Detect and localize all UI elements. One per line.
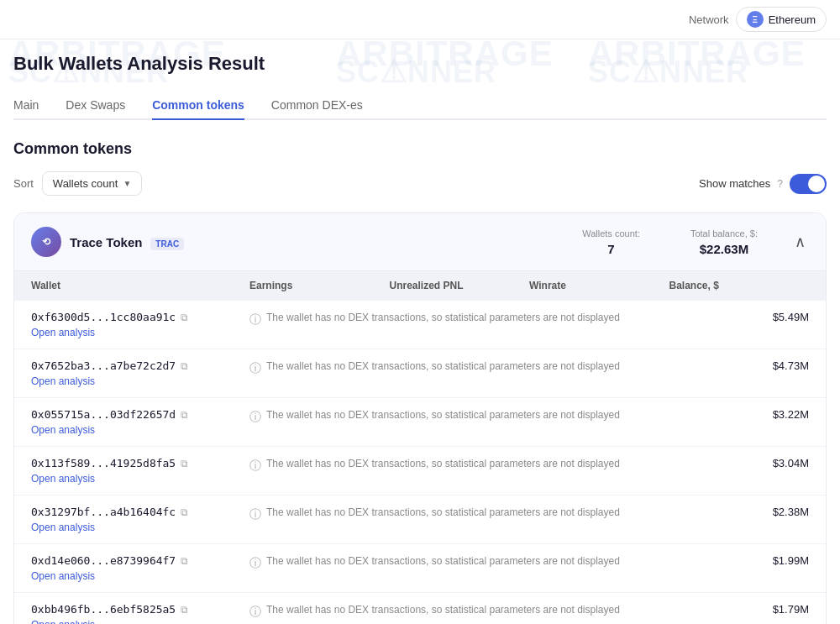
copy-icon[interactable]: ⧉ xyxy=(181,312,188,323)
copy-icon[interactable]: ⧉ xyxy=(181,458,188,469)
tab-common-dex[interactable]: Common DEX-es xyxy=(271,92,363,120)
open-analysis-link[interactable]: Open analysis xyxy=(31,375,249,387)
address-text: 0x31297bf...a4b16404fc xyxy=(31,506,176,518)
sort-value: Wallets count xyxy=(53,177,118,190)
no-dex-cell: ⓘ The wallet has no DEX transactions, so… xyxy=(249,359,669,376)
tab-common-tokens[interactable]: Common tokens xyxy=(152,92,244,120)
balance-cell: $1.79M xyxy=(669,603,810,616)
address-text: 0xf6300d5...1cc80aa91c xyxy=(31,311,176,323)
wallets-count-value: 7 xyxy=(582,242,640,256)
ethereum-icon: Ξ xyxy=(747,11,764,28)
th-balance: Balance, $ xyxy=(669,280,810,291)
copy-icon[interactable]: ⧉ xyxy=(181,506,188,518)
balance-cell: $2.38M xyxy=(669,506,810,518)
no-dex-cell: ⓘ The wallet has no DEX transactions, so… xyxy=(249,554,669,571)
info-icon: ⓘ xyxy=(249,312,261,328)
balance-cell: $1.99M xyxy=(669,554,810,567)
open-analysis-link[interactable]: Open analysis xyxy=(31,473,249,485)
total-balance-label: Total balance, $: xyxy=(690,228,758,239)
address-text: 0x7652ba3...a7be72c2d7 xyxy=(31,359,176,372)
network-badge[interactable]: Ξ Ethereum xyxy=(736,7,827,32)
wallet-address: 0x055715a...03df22657d ⧉ xyxy=(31,408,249,421)
info-icon: ⓘ xyxy=(249,361,261,376)
table-row: 0xbb496fb...6ebf5825a5 ⧉ Open analysis ⓘ… xyxy=(14,592,826,624)
open-analysis-link[interactable]: Open analysis xyxy=(31,522,249,533)
total-balance-value: $22.63M xyxy=(690,242,758,256)
table-row: 0xd14e060...e8739964f7 ⧉ Open analysis ⓘ… xyxy=(14,543,826,592)
copy-icon[interactable]: ⧉ xyxy=(181,555,188,567)
th-winrate: Winrate xyxy=(529,280,669,291)
wallet-cell: 0xf6300d5...1cc80aa91c ⧉ Open analysis xyxy=(31,311,249,338)
no-dex-cell: ⓘ The wallet has no DEX transactions, so… xyxy=(249,311,669,328)
question-mark-icon[interactable]: ? xyxy=(777,178,783,190)
copy-icon[interactable]: ⧉ xyxy=(181,409,188,421)
token-name: Trace Token xyxy=(70,235,142,249)
address-text: 0xbb496fb...6ebf5825a5 xyxy=(31,603,176,616)
copy-icon[interactable]: ⧉ xyxy=(181,604,188,616)
wallet-cell: 0x055715a...03df22657d ⧉ Open analysis xyxy=(31,408,249,436)
token-card: ⟲ Trace Token TRAC Wallets count: 7 Tota… xyxy=(13,212,827,624)
open-analysis-link[interactable]: Open analysis xyxy=(31,327,249,338)
wallet-cell: 0x113f589...41925d8fa5 ⧉ Open analysis xyxy=(31,457,249,485)
token-stats: Wallets count: 7 Total balance, $: $22.6… xyxy=(582,228,758,256)
copy-icon[interactable]: ⧉ xyxy=(181,360,188,372)
show-matches-label: Show matches xyxy=(699,177,770,190)
open-analysis-link[interactable]: Open analysis xyxy=(31,570,249,582)
info-icon: ⓘ xyxy=(249,605,261,620)
sort-group: Sort Wallets count ▼ xyxy=(13,171,142,196)
wallet-address: 0xbb496fb...6ebf5825a5 ⧉ xyxy=(31,603,249,616)
open-analysis-link[interactable]: Open analysis xyxy=(31,619,249,624)
no-dex-cell: ⓘ The wallet has no DEX transactions, so… xyxy=(249,457,669,474)
no-dex-message: The wallet has no DEX transactions, so s… xyxy=(266,311,620,325)
token-name-group: Trace Token TRAC xyxy=(70,235,184,249)
th-unrealized-pnl: Unrealized PNL xyxy=(390,280,530,291)
wallet-cell: 0x7652ba3...a7be72c2d7 ⧉ Open analysis xyxy=(31,359,249,387)
table-body: 0xf6300d5...1cc80aa91c ⧉ Open analysis ⓘ… xyxy=(14,300,826,624)
table-row: 0x7652ba3...a7be72c2d7 ⧉ Open analysis ⓘ… xyxy=(14,349,826,397)
total-balance-stat: Total balance, $: $22.63M xyxy=(690,228,758,256)
table-row: 0x055715a...03df22657d ⧉ Open analysis ⓘ… xyxy=(14,397,826,446)
tab-dex-swaps[interactable]: Dex Swaps xyxy=(66,92,125,120)
network-label: Network xyxy=(689,13,729,26)
table-container: Wallet Earnings Unrealized PNL Winrate B… xyxy=(14,270,826,624)
table-header: Wallet Earnings Unrealized PNL Winrate B… xyxy=(14,270,826,300)
no-dex-cell: ⓘ The wallet has no DEX transactions, so… xyxy=(249,408,669,425)
wallet-address: 0xf6300d5...1cc80aa91c ⧉ xyxy=(31,311,249,323)
top-bar: Network Ξ Ethereum xyxy=(0,0,840,39)
tab-main[interactable]: Main xyxy=(13,92,39,120)
show-matches-toggle[interactable] xyxy=(790,174,827,194)
collapse-button[interactable]: ∧ xyxy=(791,229,809,254)
no-dex-cell: ⓘ The wallet has no DEX transactions, so… xyxy=(249,603,669,620)
balance-cell: $3.22M xyxy=(669,408,810,421)
sort-select[interactable]: Wallets count ▼ xyxy=(42,171,142,196)
no-dex-message: The wallet has no DEX transactions, so s… xyxy=(266,603,620,617)
th-wallet: Wallet xyxy=(31,280,249,291)
token-ticker: TRAC xyxy=(150,238,184,250)
wallet-cell: 0x31297bf...a4b16404fc ⧉ Open analysis xyxy=(31,506,249,533)
table-row: 0x113f589...41925d8fa5 ⧉ Open analysis ⓘ… xyxy=(14,446,826,495)
chevron-down-icon: ▼ xyxy=(123,179,131,188)
wallet-address: 0x113f589...41925d8fa5 ⧉ xyxy=(31,457,249,469)
table-row: 0x31297bf...a4b16404fc ⧉ Open analysis ⓘ… xyxy=(14,495,826,543)
wallet-address: 0xd14e060...e8739964f7 ⧉ xyxy=(31,554,249,567)
open-analysis-link[interactable]: Open analysis xyxy=(31,424,249,436)
no-dex-cell: ⓘ The wallet has no DEX transactions, so… xyxy=(249,506,669,522)
no-dex-message: The wallet has no DEX transactions, so s… xyxy=(266,408,620,422)
wallet-address: 0x7652ba3...a7be72c2d7 ⧉ xyxy=(31,359,249,372)
token-icon: ⟲ xyxy=(31,227,61,257)
no-dex-message: The wallet has no DEX transactions, so s… xyxy=(266,359,620,374)
balance-cell: $5.49M xyxy=(669,311,810,323)
token-header: ⟲ Trace Token TRAC Wallets count: 7 Tota… xyxy=(14,213,826,270)
address-text: 0xd14e060...e8739964f7 xyxy=(31,554,176,567)
info-icon: ⓘ xyxy=(249,507,261,522)
show-matches-group: Show matches ? xyxy=(699,174,827,194)
sort-label: Sort xyxy=(13,177,34,190)
address-text: 0x055715a...03df22657d xyxy=(31,408,176,421)
th-earnings: Earnings xyxy=(249,280,390,291)
wallets-count-label: Wallets count: xyxy=(582,228,640,239)
network-name: Ethereum xyxy=(769,13,816,26)
info-icon: ⓘ xyxy=(249,410,261,425)
wallets-count-stat: Wallets count: 7 xyxy=(582,228,640,256)
wallet-cell: 0xbb496fb...6ebf5825a5 ⧉ Open analysis xyxy=(31,603,249,624)
balance-cell: $3.04M xyxy=(669,457,810,469)
